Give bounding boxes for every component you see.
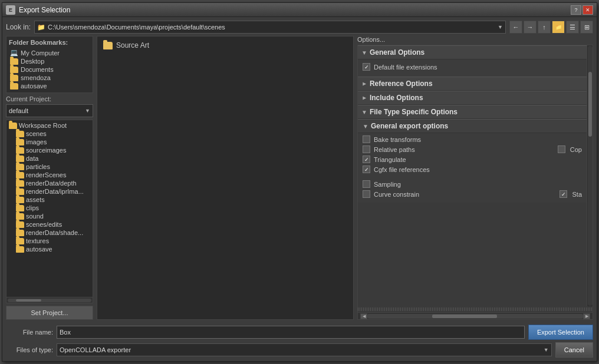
- folder-icon: [16, 147, 24, 154]
- include-options-header[interactable]: ▼ Include Options: [358, 91, 587, 105]
- file-type-body: ▼ General export options Bake transforms: [358, 119, 587, 203]
- forward-button[interactable]: →: [524, 21, 537, 34]
- h-scroll-area: [367, 314, 583, 319]
- cop-label: Cop: [570, 146, 582, 153]
- include-options-title: Include Options: [370, 94, 423, 102]
- export-button[interactable]: Export Selection: [528, 325, 593, 340]
- reference-options-title: Reference Options: [370, 80, 433, 88]
- folder-icon: [16, 197, 24, 203]
- sampling-row: Sampling: [363, 180, 582, 188]
- list-view-button[interactable]: ☰: [566, 21, 579, 34]
- bake-transforms-label: Bake transforms: [374, 136, 421, 143]
- tree-item-label: sourceimages: [26, 147, 66, 154]
- folder-icon: [16, 221, 24, 228]
- tree-item-workspace-root[interactable]: Workspace Root: [8, 121, 91, 130]
- tree-item-label: renderData/shade...: [26, 229, 83, 236]
- sampling-checkbox[interactable]: [363, 180, 370, 188]
- bookmark-label: Desktop: [21, 58, 44, 65]
- dialog-icon: E: [6, 5, 15, 15]
- bookmark-documents[interactable]: Documents: [9, 65, 90, 74]
- options-main-scroll[interactable]: ▼ General Options Default file extension…: [358, 45, 587, 306]
- tree-item-data[interactable]: data: [8, 154, 91, 163]
- general-options-header[interactable]: ▼ General Options: [358, 45, 587, 59]
- new-folder-button[interactable]: 📁: [552, 21, 565, 34]
- tree-item-scenes-edits[interactable]: scenes/edits: [8, 220, 91, 229]
- bake-transforms-row: Bake transforms: [363, 135, 582, 143]
- file-item-label: Source Art: [116, 41, 149, 49]
- set-project-button[interactable]: Set Project...: [6, 306, 93, 320]
- scroll-right-button[interactable]: ▶: [583, 313, 590, 319]
- triangulate-label: Triangulate: [374, 156, 406, 163]
- tree-item-label: scenes: [26, 130, 47, 137]
- tree-section: Workspace Root scenes images source: [6, 120, 93, 303]
- curve-constrain-checkbox[interactable]: [363, 190, 370, 198]
- triangulate-checkbox[interactable]: [363, 155, 370, 163]
- help-button[interactable]: ?: [571, 5, 581, 15]
- tree-horizontal-scrollbar[interactable]: [6, 297, 93, 303]
- tree-item-textures[interactable]: textures: [8, 237, 91, 245]
- tree-item-sound[interactable]: sound: [8, 212, 91, 220]
- options-horizontal-scrollbar[interactable]: ◀ ▶: [358, 312, 593, 319]
- file-item-source-art[interactable]: Source Art: [101, 40, 350, 51]
- tree-item-renderdata-shade[interactable]: renderData/shade...: [8, 229, 91, 237]
- filename-input[interactable]: [57, 326, 525, 339]
- default-extensions-checkbox[interactable]: [363, 63, 370, 71]
- title-bar: E Export Selection ? ✕: [2, 3, 597, 17]
- file-browser-panel: Source Art: [97, 36, 354, 320]
- scroll-left-button[interactable]: ◀: [360, 313, 367, 319]
- tree-item-scenes[interactable]: scenes: [8, 130, 91, 138]
- tree-item-sourceimages[interactable]: sourceimages: [8, 146, 91, 154]
- current-project-section: Current Project: default ▼: [6, 95, 93, 117]
- tree-item-autosave[interactable]: autosave: [8, 245, 91, 253]
- cgfx-checkbox[interactable]: [363, 166, 370, 173]
- bake-transforms-checkbox[interactable]: [363, 135, 370, 143]
- current-project-label: Current Project:: [6, 95, 93, 102]
- bookmark-label: My Computer: [21, 49, 60, 57]
- folder-icon: [16, 164, 24, 170]
- combo-arrow-icon: ▼: [85, 108, 90, 114]
- file-folder-icon: [103, 42, 113, 49]
- tree-item-particles[interactable]: particles: [8, 163, 91, 171]
- tree-item-label: sound: [26, 213, 44, 220]
- general-export-header[interactable]: ▼ General export options: [358, 119, 587, 133]
- bookmark-my-computer[interactable]: 💻 My Computer: [9, 48, 90, 57]
- detail-view-button[interactable]: ⊞: [580, 21, 593, 34]
- filetype-combo[interactable]: OpenCOLLADA exporter ▼: [57, 343, 552, 356]
- bookmark-desktop[interactable]: Desktop: [9, 57, 90, 65]
- tree-item-renderdata-depth[interactable]: renderData/depth: [8, 179, 91, 187]
- current-project-combo[interactable]: default ▼: [6, 104, 93, 117]
- general-export-title: General export options: [371, 122, 448, 130]
- up-button[interactable]: ↑: [538, 21, 551, 34]
- folder-icon: [16, 131, 24, 137]
- bookmark-label: Documents: [21, 66, 54, 73]
- bookmark-label: smendoza: [21, 74, 51, 81]
- h-scroll-track: [8, 299, 91, 302]
- file-type-header[interactable]: ▼ File Type Specific Options: [358, 105, 587, 119]
- tree-item-renderdata-ipr[interactable]: renderData/iprIma...: [8, 187, 91, 196]
- tree-scroll[interactable]: Workspace Root scenes images source: [6, 120, 93, 297]
- vscroll-track: [588, 46, 593, 306]
- back-button[interactable]: ←: [509, 21, 522, 34]
- options-panel: Options... ▼ General Options: [357, 36, 593, 320]
- folder-icon: [16, 139, 24, 145]
- tree-item-label: renderData/iprIma...: [26, 188, 84, 195]
- options-vertical-scrollbar[interactable]: [587, 45, 593, 306]
- tree-item-images[interactable]: images: [8, 138, 91, 146]
- computer-icon: 💻: [10, 49, 18, 57]
- bookmark-smendoza[interactable]: smendoza: [9, 74, 90, 82]
- bookmark-autosave[interactable]: autosave: [9, 82, 90, 90]
- expand-arrow-reference: ▼: [361, 81, 367, 87]
- look-in-combo[interactable]: 📁 C:\Users\smendoza\Documents\maya\proje…: [34, 21, 506, 34]
- relative-paths-checkbox[interactable]: [363, 145, 370, 153]
- tree-item-clips[interactable]: clips: [8, 204, 91, 212]
- sta-checkbox[interactable]: [559, 190, 567, 198]
- tree-item-renderscenes[interactable]: renderScenes: [8, 171, 91, 179]
- tree-item-assets[interactable]: assets: [8, 196, 91, 204]
- general-options-title: General Options: [370, 48, 424, 57]
- reference-options-header[interactable]: ▼ Reference Options: [358, 77, 587, 91]
- cancel-button[interactable]: Cancel: [555, 342, 593, 358]
- look-in-row: Look in: 📁 C:\Users\smendoza\Documents\m…: [6, 21, 593, 34]
- look-in-label: Look in:: [6, 23, 31, 31]
- cop-checkbox[interactable]: [558, 145, 565, 153]
- close-button[interactable]: ✕: [582, 5, 593, 15]
